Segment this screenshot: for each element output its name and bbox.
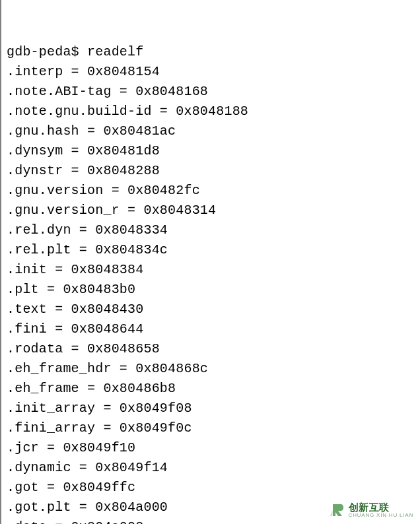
output-line: .got = 0x8049ffc — [7, 478, 416, 498]
output-line: .gnu.version_r = 0x8048314 — [7, 201, 416, 220]
command-line: gdb-peda$ readelf — [7, 42, 416, 62]
output-line: .init = 0x8048384 — [7, 260, 416, 280]
output-line: .rel.dyn = 0x8048334 — [7, 220, 416, 240]
output-line: .rodata = 0x8048658 — [7, 339, 416, 359]
output-line: .dynamic = 0x8049f14 — [7, 458, 416, 478]
output-line: .fini = 0x8048644 — [7, 319, 416, 339]
output-line: .text = 0x8048430 — [7, 300, 416, 319]
output-line: .jcr = 0x8049f10 — [7, 438, 416, 458]
watermark-minor-text: CHUANG XIN HU LIAN — [349, 513, 413, 518]
terminal-output-container: gdb-peda$ readelf.interp = 0x8048154.not… — [0, 0, 420, 524]
output-line: .note.ABI-tag = 0x8048168 — [7, 82, 416, 102]
svg-marker-0 — [330, 510, 333, 516]
watermark-badge: 创新互联 CHUANG XIN HU LIAN — [326, 500, 416, 520]
output-line: .dynsym = 0x80481d8 — [7, 141, 416, 161]
entered-command: readelf — [87, 44, 143, 59]
output-line: .eh_frame = 0x80486b8 — [7, 379, 416, 399]
output-line: .gnu.version = 0x80482fc — [7, 181, 416, 201]
output-line: .init_array = 0x8049f08 — [7, 399, 416, 418]
output-line: .eh_frame_hdr = 0x804868c — [7, 359, 416, 379]
output-line: .note.gnu.build-id = 0x8048188 — [7, 102, 416, 121]
output-line: .interp = 0x8048154 — [7, 62, 416, 82]
watermark-major-text: 创新互联 — [349, 502, 413, 513]
logo-icon — [329, 502, 346, 519]
output-line: .plt = 0x80483b0 — [7, 280, 416, 300]
output-line: .rel.plt = 0x804834c — [7, 240, 416, 260]
output-line: .gnu.hash = 0x80481ac — [7, 121, 416, 141]
output-line: .fini_array = 0x8049f0c — [7, 418, 416, 438]
prompt-text: gdb-peda$ — [7, 44, 87, 59]
output-line: .dynstr = 0x8048288 — [7, 161, 416, 181]
code-block: gdb-peda$ readelf.interp = 0x8048154.not… — [3, 0, 420, 524]
